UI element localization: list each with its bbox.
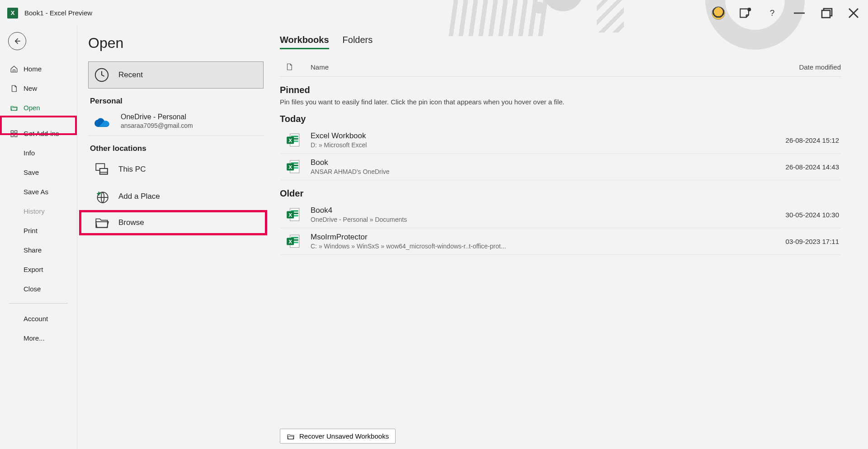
file-date: 26-08-2024 15:12 [786,136,839,144]
location-browse[interactable]: Browse [88,212,265,233]
excel-file-icon: X [285,132,301,148]
sidebar-item-save[interactable]: Save [0,163,77,182]
title-bar: Book1 - Excel Preview ? [0,0,868,26]
export-label: Export [24,266,43,273]
back-button[interactable] [8,32,26,50]
file-name: Book4 [311,206,407,215]
sidebar-item-more[interactable]: More... [0,328,77,348]
location-onedrive-personal[interactable]: OneDrive - Personal ansaraa7095@gmail.co… [88,108,264,134]
onedrive-label: OneDrive - Personal [121,113,193,121]
excel-app-icon [7,8,18,19]
sidebar-item-close[interactable]: Close [0,279,77,299]
column-headers: Name Date modified [280,59,841,77]
sidebar-item-print[interactable]: Print [0,221,77,240]
file-icon [285,62,293,72]
group-today-title: Today [280,114,841,124]
svg-rect-9 [15,134,17,136]
location-this-pc[interactable]: This PC [88,156,264,183]
excel-file-icon: X [285,207,301,222]
notifications-icon[interactable] [738,6,752,20]
group-older-title: Older [280,188,841,199]
file-date: 26-08-2024 14:43 [786,163,839,171]
minimize-button[interactable] [792,6,807,20]
folder-open-icon [287,433,295,440]
other-locations-header: Other locations [90,144,264,153]
files-panel: Workbooks Folders Name Date modified Pin… [269,26,868,449]
tab-folders[interactable]: Folders [343,35,373,49]
divider [88,136,264,136]
personal-header: Personal [90,97,264,106]
help-icon[interactable]: ? [765,6,779,20]
onedrive-icon [94,115,112,127]
file-path: C: » Windows » WinSxS » wow64_microsoft-… [311,243,506,250]
close-button[interactable] [846,6,861,20]
new-label: New [24,84,37,92]
getaddins-label: Get Add-ins [24,130,59,137]
sidebar-item-account[interactable]: Account [0,309,77,328]
account-label: Account [24,315,48,323]
svg-rect-8 [11,134,13,136]
svg-rect-6 [11,131,13,133]
excel-file-icon: X [285,234,301,249]
open-label: Open [24,104,40,112]
svg-text:X: X [288,212,292,218]
add-place-icon [94,189,109,204]
page-title: Open [82,35,264,51]
group-pinned-title: Pinned [280,85,841,95]
saveas-label: Save As [24,188,48,196]
sidebar-item-open[interactable]: Open [0,98,77,117]
svg-point-0 [748,8,750,11]
file-date: 30-05-2024 10:30 [786,211,839,219]
file-path: OneDrive - Personal » Documents [311,216,407,223]
file-name: Excel Workbook [311,131,367,140]
col-date[interactable]: Date modified [799,63,841,71]
file-row[interactable]: X Excel WorkbookD: » Microsoft Excel 26-… [280,127,841,154]
svg-text:X: X [288,164,292,170]
file-name: MsoIrmProtector [311,233,506,242]
svg-rect-2 [822,10,830,18]
print-label: Print [24,227,38,234]
sidebar-item-info[interactable]: Info [0,143,77,163]
onedrive-email: ansaraa7095@gmail.com [121,122,193,129]
locations-panel: Open Recent Personal OneDrive - Personal… [77,26,269,449]
file-tabs: Workbooks Folders [280,35,841,49]
sidebar-item-new[interactable]: New [0,79,77,98]
user-avatar[interactable] [712,6,725,20]
save-label: Save [24,168,39,176]
file-name: Book [311,158,390,167]
sidebar-item-home[interactable]: Home [0,59,77,79]
sidebar-item-saveas[interactable]: Save As [0,182,77,201]
tab-workbooks[interactable]: Workbooks [280,35,329,49]
close-label: Close [24,285,41,293]
file-row[interactable]: X BookANSAR AHMAD's OneDrive 26-08-2024 … [280,154,841,180]
svg-rect-7 [15,131,17,133]
share-label: Share [24,246,42,254]
browse-folder-icon [94,215,109,230]
svg-text:X: X [288,137,292,143]
file-row[interactable]: X Book4OneDrive - Personal » Documents 3… [280,201,841,228]
sidebar-item-share[interactable]: Share [0,240,77,260]
file-date: 03-09-2023 17:11 [786,238,839,245]
sidebar-item-export[interactable]: Export [0,260,77,279]
recent-label: Recent [118,70,143,80]
info-label: Info [24,149,35,157]
svg-rect-12 [100,168,108,174]
browse-label: Browse [118,218,144,227]
sidebar-item-history: History [0,201,77,221]
more-label: More... [24,334,45,342]
file-path: ANSAR AHMAD's OneDrive [311,168,390,175]
recover-unsaved-button[interactable]: Recover Unsaved Workbooks [280,429,396,444]
file-path: D: » Microsoft Excel [311,141,367,149]
history-label: History [24,207,45,215]
addplace-label: Add a Place [118,192,160,201]
sidebar-item-get-addins[interactable]: Get Add-ins [0,124,77,143]
location-add-place[interactable]: Add a Place [88,183,264,210]
backstage-sidebar: Home New Open Get Add-ins Info Save Save… [0,26,77,449]
maximize-button[interactable] [819,6,834,20]
this-pc-icon [94,162,109,177]
file-row[interactable]: X MsoIrmProtectorC: » Windows » WinSxS »… [280,228,841,255]
pinned-hint: Pin files you want to easily find later.… [280,98,841,106]
location-recent[interactable]: Recent [88,61,264,89]
col-name[interactable]: Name [311,63,329,71]
sidebar-divider [9,303,68,304]
